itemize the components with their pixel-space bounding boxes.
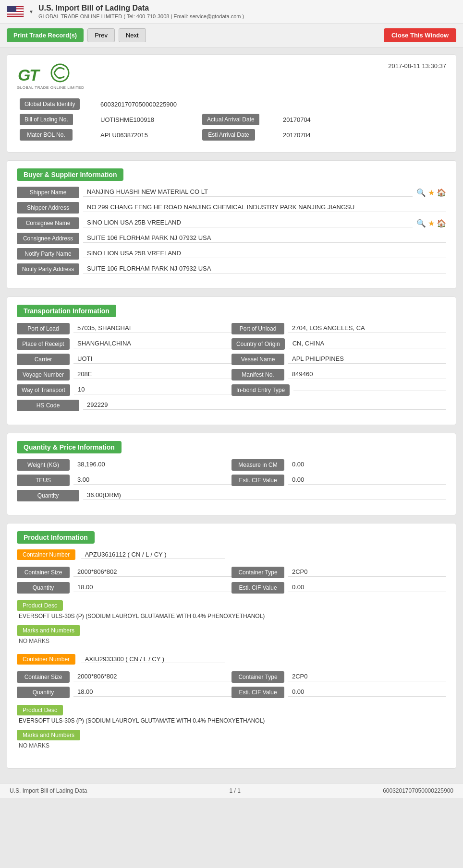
inbond-label: In-bond Entry Type: [232, 384, 290, 396]
card-datetime: 2017-08-11 13:30:37: [388, 62, 446, 70]
place-receipt-value: SHANGHAI,CHINA: [73, 340, 232, 348]
container-type-right-1: Container Type 2CP0: [232, 567, 446, 578]
star-icon[interactable]: ★: [428, 188, 435, 197]
esti-arrival-value: 20170704: [279, 131, 311, 139]
marks-numbers-text-2: NO MARKS: [19, 742, 446, 749]
identity-card: G T GLOBAL TRADE ONLINE LIMITED 2017-08-…: [7, 54, 456, 153]
port-load-row: Port of Load 57035, SHANGHAI Port of Unl…: [17, 323, 446, 334]
transportation-card: Transportation Information Port of Load …: [7, 297, 456, 425]
quantity-left-2: Quantity 18.00: [17, 687, 232, 698]
card-header: G T GLOBAL TRADE ONLINE LIMITED 2017-08-…: [17, 62, 446, 90]
esti-cif-value-1: 0.00: [288, 583, 446, 592]
marks-numbers-label-1: Marks and Numbers: [17, 625, 80, 636]
quantity-price-card: Quantity & Price Information Weight (KG)…: [7, 433, 456, 515]
top-bar: ▼ U.S. Import Bill of Lading Data GLOBAL…: [0, 0, 463, 24]
global-data-identity-value: 6003201707050000225900: [97, 101, 177, 108]
close-button[interactable]: Close This Window: [384, 28, 456, 42]
shipper-name-value: NANJING HUASHI NEW MATERIAL CO LT: [83, 188, 413, 197]
voyage-value: 208E: [73, 370, 232, 379]
shipper-address-row: Shipper Address NO 299 CHANG FENG HE ROA…: [17, 202, 446, 214]
page-title: U.S. Import Bill of Lading Data: [38, 4, 244, 12]
hs-code-row: HS Code 292229: [17, 400, 446, 411]
shipper-name-label: Shipper Name: [17, 187, 79, 198]
mater-bol-value: APLU063872015: [97, 131, 148, 139]
dropdown-arrow[interactable]: ▼: [29, 9, 34, 14]
footer-center: 1 / 1: [230, 787, 241, 794]
teus-row: TEUS 3.00 Esti. CIF Value 0.00: [17, 475, 446, 486]
transportation-header: Transportation Information: [17, 305, 116, 317]
consignee-address-row: Consignee Address SUITE 106 FLORHAM PARK…: [17, 233, 446, 244]
top-bar-info: U.S. Import Bill of Lading Data GLOBAL T…: [38, 4, 244, 19]
container-size-value-1: 2000*806*802: [73, 568, 232, 577]
gto-logo: G T: [17, 62, 74, 84]
actual-arrival-label: Actual Arrival Date: [202, 114, 259, 125]
product-desc-text-1: EVERSOFT ULS-30S (P) (SODIUM LAUROYL GLU…: [19, 613, 446, 619]
prev-button[interactable]: Prev: [87, 28, 115, 42]
search-icon[interactable]: 🔍: [416, 188, 426, 197]
quantity-label-1: Quantity: [17, 582, 70, 594]
consignee-name-label: Consignee Name: [17, 217, 79, 229]
port-load-left: Port of Load 57035, SHANGHAI: [17, 323, 232, 334]
vessel-name-value: APL PHILIPPINES: [288, 355, 446, 364]
home-icon[interactable]: 🏠: [437, 219, 446, 228]
quantity-cif-row-2: Quantity 18.00 Esti. CIF Value 0.00: [17, 687, 446, 698]
container-type-value-1: 2CP0: [288, 568, 446, 577]
place-receipt-label: Place of Receipt: [17, 338, 70, 350]
product-desc-block-2: Product Desc EVERSOFT ULS-30S (P) (SODIU…: [17, 702, 446, 724]
next-button[interactable]: Next: [119, 28, 146, 42]
bill-of-lading-value: UOTISHME100918: [97, 116, 154, 123]
container-type-label-1: Container Type: [232, 567, 284, 578]
voyage-row: Voyage Number 208E Manifest No. 849460: [17, 369, 446, 380]
star-icon[interactable]: ★: [428, 219, 435, 228]
hs-code-value: 292229: [83, 401, 446, 410]
esti-cif-value-2: 0.00: [288, 688, 446, 697]
container-size-row-2: Container Size 2000*806*802 Container Ty…: [17, 671, 446, 683]
consignee-name-value: SINO LION USA 25B VREELAND: [83, 219, 413, 227]
product-info-header: Product Information: [17, 531, 95, 544]
teus-left: TEUS 3.00: [17, 475, 232, 486]
search-icon[interactable]: 🔍: [416, 219, 426, 228]
toolbar: Print Trade Record(s) Prev Next Close Th…: [0, 24, 463, 48]
weight-row: Weight (KG) 38,196.00 Measure in CM 0.00: [17, 459, 446, 471]
port-unload-value: 2704, LOS ANGELES, CA: [288, 324, 446, 333]
notify-party-name-label: Notify Party Name: [17, 248, 79, 260]
svg-text:G: G: [18, 66, 30, 84]
footer-right: 6003201707050000225900: [383, 787, 453, 794]
product-info-card: Product Information Container Number APZ…: [7, 523, 456, 769]
consignee-address-label: Consignee Address: [17, 233, 79, 244]
shipper-address-label: Shipper Address: [17, 202, 79, 214]
container-block-1: Container Number APZU3616112 ( CN / L / …: [17, 549, 446, 644]
notify-party-address-value: SUITE 106 FLORHAM PARK NJ 07932 USA: [83, 265, 446, 273]
teus-label: TEUS: [17, 475, 70, 486]
home-icon[interactable]: 🏠: [437, 188, 446, 197]
esti-cif-label: Esti. CIF Value: [232, 475, 284, 486]
esti-cif-right-1: Esti. CIF Value 0.00: [232, 582, 446, 594]
product-desc-block-1: Product Desc EVERSOFT ULS-30S (P) (SODIU…: [17, 597, 446, 619]
container-number-label-1: Container Number: [17, 549, 75, 560]
print-button[interactable]: Print Trade Record(s): [7, 28, 84, 42]
port-load-value: 57035, SHANGHAI: [73, 324, 232, 333]
container-size-value-2: 2000*806*802: [73, 673, 232, 681]
country-origin-right: Country of Origin CN, CHINA: [232, 338, 446, 350]
country-origin-value: CN, CHINA: [289, 340, 446, 348]
weight-value: 38,196.00: [73, 461, 232, 469]
quantity-price-header: Quantity & Price Information: [17, 441, 122, 453]
container-type-value-2: 2CP0: [288, 673, 446, 681]
actual-arrival-value: 20170704: [279, 116, 311, 123]
product-desc-text-2: EVERSOFT ULS-30S (P) (SODIUM LAUROYL GLU…: [19, 717, 446, 724]
esti-cif-value: 0.00: [288, 476, 446, 485]
product-desc-label-2: Product Desc: [17, 705, 63, 715]
container-type-right-2: Container Type 2CP0: [232, 671, 446, 683]
port-unload-label: Port of Unload: [232, 323, 284, 334]
measure-right: Measure in CM 0.00: [232, 459, 446, 471]
vessel-name-right: Vessel Name APL PHILIPPINES: [232, 354, 446, 365]
voyage-left: Voyage Number 208E: [17, 369, 232, 380]
esti-cif-label-2: Esti. CIF Value: [232, 687, 284, 698]
measure-value: 0.00: [288, 461, 446, 469]
inbond-value: [293, 390, 446, 391]
port-load-label: Port of Load: [17, 323, 70, 334]
carrier-row: Carrier UOTI Vessel Name APL PHILIPPINES: [17, 354, 446, 365]
footer-left: U.S. Import Bill of Lading Data: [10, 787, 87, 794]
vessel-name-label: Vessel Name: [232, 354, 284, 365]
buyer-supplier-header: Buyer & Supplier Information: [17, 168, 123, 181]
